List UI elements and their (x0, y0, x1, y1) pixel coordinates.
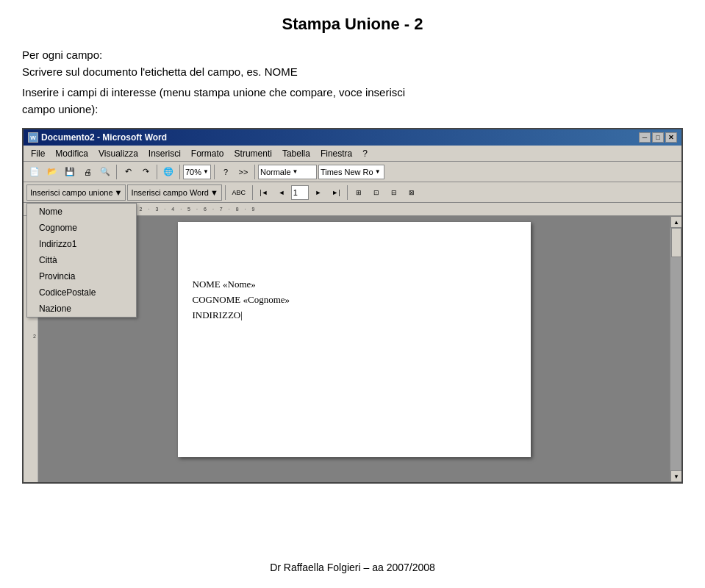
menu-modifica[interactable]: Modifica (51, 148, 93, 159)
record-number[interactable]: 1 (291, 185, 309, 200)
doc-line-3: INDIRIZZO| (193, 308, 516, 323)
save-button[interactable]: 💾 (62, 164, 78, 180)
doc-line-2: COGNOME «Cognome» (193, 293, 516, 308)
help-button[interactable]: ? (218, 164, 234, 180)
menu-tabella[interactable]: Tabella (278, 148, 315, 159)
page-title: Stampa Unione - 2 (22, 15, 683, 34)
maximize-button[interactable]: □ (652, 132, 664, 143)
new-button[interactable]: 📄 (26, 164, 43, 180)
menu-inserisci[interactable]: Inserisci (144, 148, 185, 159)
expand-button[interactable]: >> (235, 164, 251, 180)
style-arrow: ▼ (293, 168, 298, 175)
field-indirizzo1[interactable]: Indirizzo1 (27, 236, 136, 252)
field-codicepostale[interactable]: CodicePostale (27, 284, 136, 301)
insert-word-field-dropdown[interactable]: Inserisci campo Word ▼ (127, 184, 221, 201)
field-dropdown-menu: Nome Cognome Indirizzo1 Città Provincia … (26, 203, 137, 318)
paragraph-1: Per ogni campo: Scrivere sul documento l… (22, 47, 683, 80)
sep-3 (179, 165, 180, 179)
last-record-button[interactable]: ►| (328, 184, 344, 201)
scroll-track[interactable] (670, 228, 681, 470)
sep-m1 (225, 185, 226, 200)
window-title: Documento2 - Microsoft Word (41, 132, 636, 143)
close-button[interactable]: ✕ (665, 132, 677, 143)
menu-help[interactable]: ? (358, 148, 372, 159)
menu-formato[interactable]: Formato (187, 148, 229, 159)
scroll-thumb[interactable] (671, 228, 681, 257)
sep-2 (157, 165, 157, 179)
word-window: W Documento2 - Microsoft Word ─ □ ✕ File… (22, 128, 683, 484)
field-citta[interactable]: Città (27, 252, 136, 268)
merge-btn1[interactable]: ⊞ (351, 184, 367, 201)
word-icon: W (28, 132, 38, 143)
merge-btn3[interactable]: ⊟ (386, 184, 402, 201)
style-dropdown[interactable]: Normale ▼ (258, 165, 317, 179)
sep-4 (214, 165, 215, 179)
title-bar-buttons: ─ □ ✕ (639, 132, 677, 143)
field-nazione[interactable]: Nazione (27, 301, 136, 317)
first-record-button[interactable]: |◄ (256, 184, 272, 201)
zoom-dropdown[interactable]: 70% ▼ (183, 165, 211, 179)
paragraph-2: Inserire i campi di interesse (menu stam… (22, 85, 683, 118)
merge-btn2[interactable]: ⊡ (368, 184, 384, 201)
mail-merge-toolbar: Inserisci campo unione ▼ Inserisci campo… (24, 182, 681, 203)
globe-button[interactable]: 🌐 (160, 164, 176, 180)
white-page: NOME «Nome» COGNOME «Cognome» INDIRIZZO| (178, 222, 531, 457)
doc-line-1: NOME «Nome» (193, 277, 516, 293)
menu-bar: File Modifica Visualizza Inserisci Forma… (24, 146, 681, 162)
sep-1 (116, 165, 117, 179)
scroll-down-button[interactable]: ▼ (670, 470, 681, 482)
scrollbar-vertical: ▲ ▼ (670, 216, 681, 482)
menu-strumenti[interactable]: Strumenti (230, 148, 276, 159)
insert-field-dropdown[interactable]: Inserisci campo unione ▼ (26, 184, 126, 201)
menu-visualizza[interactable]: Visualizza (94, 148, 143, 159)
menu-finestra[interactable]: Finestra (316, 148, 357, 159)
zoom-arrow: ▼ (203, 168, 209, 175)
toolbar-1: 📄 📂 💾 🖨 🔍 ↶ ↷ 🌐 70% ▼ ? >> Normale ▼ Tim… (24, 162, 681, 182)
font-dropdown[interactable]: Times New Ro ▼ (318, 165, 384, 179)
next-record-button[interactable]: ► (310, 184, 326, 201)
merge-btn4[interactable]: ⊠ (404, 184, 420, 201)
sep-5 (254, 165, 255, 179)
minimize-button[interactable]: ─ (639, 132, 651, 143)
field-dropdown-arrow: ▼ (115, 188, 123, 197)
abc-button[interactable]: ABC (229, 184, 249, 201)
preview-button[interactable]: 🔍 (97, 164, 113, 180)
field-provincia[interactable]: Provincia (27, 268, 136, 284)
open-button[interactable]: 📂 (44, 164, 60, 180)
field-nome[interactable]: Nome (27, 204, 136, 220)
field-cognome[interactable]: Cognome (27, 220, 136, 236)
prev-record-button[interactable]: ◄ (273, 184, 290, 201)
word-field-arrow: ▼ (210, 188, 218, 197)
undo2-button[interactable]: ↷ (137, 164, 154, 180)
print-button[interactable]: 🖨 (79, 164, 96, 180)
title-bar: W Documento2 - Microsoft Word ─ □ ✕ (24, 129, 681, 146)
menu-file[interactable]: File (26, 148, 49, 159)
font-arrow: ▼ (375, 168, 381, 175)
sep-m2 (252, 185, 253, 200)
undo-button[interactable]: ↶ (120, 164, 136, 180)
document-text: NOME «Nome» COGNOME «Cognome» INDIRIZZO| (193, 233, 516, 323)
sep-m3 (347, 185, 348, 200)
footer: Dr Raffaella Folgieri – aa 2007/2008 (0, 562, 705, 573)
scroll-up-button[interactable]: ▲ (670, 216, 681, 228)
